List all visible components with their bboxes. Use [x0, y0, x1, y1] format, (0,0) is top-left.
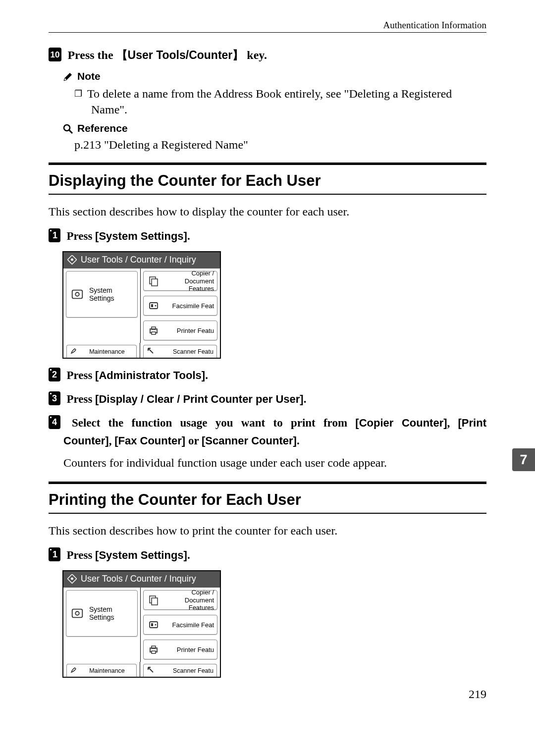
section1-step3: 3 Press [Display / Clear / Print Counter… — [49, 391, 486, 408]
section1-step4: 4 Select the function usage you want to … — [49, 415, 486, 448]
fax-label-2: Facsimile Feat — [165, 621, 214, 629]
step4-e: Counter] — [63, 434, 109, 447]
printer-label: Printer Featu — [165, 327, 214, 335]
s2-step1-key: [System Settings] — [95, 549, 187, 561]
step-number-2-icon: 2 — [49, 368, 60, 384]
system-settings-button-2[interactable]: System Settings — [66, 590, 138, 637]
printer-icon — [147, 324, 160, 337]
svg-rect-37 — [150, 622, 158, 628]
section-rule-thick — [49, 162, 486, 165]
scanner-label: Scanner Featu — [158, 348, 214, 355]
step4-d: [Print — [458, 417, 486, 429]
svg-point-32 — [71, 578, 73, 580]
step4-c: , — [447, 417, 458, 429]
svg-point-8 — [71, 259, 73, 261]
step3-pre: Press — [66, 393, 95, 405]
svg-rect-18 — [152, 332, 156, 334]
svg-rect-21 — [50, 369, 52, 371]
reference-item-1: p.213 "Deleting a Registered Name" — [74, 138, 486, 152]
svg-text:1: 1 — [53, 549, 57, 559]
system-settings-button[interactable]: System Settings — [66, 271, 138, 318]
pencil-icon — [62, 71, 73, 84]
section2-intro: This section describes how to print the … — [49, 523, 486, 539]
step4-j: . — [297, 434, 300, 447]
running-head: Authentication Information — [49, 20, 486, 33]
note-block: Note ❐To delete a name from the Address … — [62, 70, 486, 117]
section1-step2: 2 Press [Administrator Tools]. — [49, 368, 486, 384]
svg-point-34 — [75, 612, 79, 615]
step-number-1b-icon: 1 — [49, 547, 60, 564]
fax-label: Facsimile Feat — [165, 302, 214, 310]
gear-icon — [70, 287, 84, 301]
svg-rect-42 — [152, 651, 156, 653]
user-tools-panel: User Tools / Counter / Inquiry System Se… — [62, 251, 221, 359]
step2-pre: Press — [66, 369, 95, 381]
panel2-title-bar: User Tools / Counter / Inquiry — [63, 571, 220, 588]
svg-rect-27 — [50, 417, 52, 418]
scanner-label-2: Scanner Featu — [158, 667, 214, 674]
reference-heading: Reference — [77, 122, 128, 134]
scanner-icon-2 — [147, 666, 155, 675]
step1-pre: Press — [66, 230, 95, 242]
step3-key: [Display / Clear / Print Counter per Use… — [95, 393, 304, 405]
svg-point-39 — [155, 624, 157, 626]
step-number-1-icon: 1 — [49, 228, 60, 245]
copier-doc-label-2: Copier / Document Features — [165, 589, 214, 612]
system-settings-label: System Settings — [89, 286, 135, 303]
svg-rect-6 — [50, 230, 52, 231]
page-number: 219 — [49, 688, 486, 701]
step4-a: Select the function usage you want to pr… — [72, 417, 355, 429]
reference-block: Reference p.213 "Deleting a Registered N… — [62, 122, 486, 152]
svg-text:2: 2 — [52, 370, 57, 379]
svg-rect-30 — [50, 549, 52, 550]
svg-rect-17 — [152, 327, 156, 329]
section1-step4-result: Counters for individual function usage u… — [63, 455, 486, 471]
copier-document-features-button[interactable]: Copier / Document Features — [143, 271, 217, 291]
panel2-title-text: User Tools / Counter / Inquiry — [81, 574, 196, 584]
s2-step1-post: . — [187, 549, 190, 561]
svg-point-15 — [155, 305, 157, 307]
step2-key: [Administrator Tools] — [95, 369, 205, 381]
facsimile-features-button[interactable]: Facsimile Feat — [143, 296, 217, 316]
facsimile-features-button-2[interactable]: Facsimile Feat — [143, 615, 217, 635]
step-number-3-icon: 3 — [49, 391, 60, 408]
step4-g: [Fax Counter] — [114, 434, 185, 447]
svg-rect-36 — [152, 598, 158, 605]
section1-title: Displaying the Counter for Each User — [49, 172, 486, 190]
maintenance-button[interactable]: Maintenance — [66, 345, 137, 358]
copier-document-features-button-2[interactable]: Copier / Document Features — [143, 590, 217, 610]
step4-f: , — [109, 434, 115, 447]
step-10-text-post: key. — [244, 49, 267, 61]
scanner-features-button-2[interactable]: Scanner Featu — [143, 664, 217, 677]
svg-line-3 — [69, 130, 72, 133]
maintenance-button-2[interactable]: Maintenance — [66, 664, 137, 677]
svg-rect-24 — [50, 393, 52, 394]
square-bullet-icon: ❐ — [74, 89, 82, 99]
printer-features-button-2[interactable]: Printer Featu — [143, 640, 217, 659]
svg-point-2 — [64, 125, 70, 131]
open-bracket-icon: 【 — [116, 49, 128, 61]
section2-rule-thick — [49, 482, 486, 484]
note-heading: Note — [77, 70, 101, 82]
svg-rect-38 — [151, 623, 153, 626]
svg-rect-14 — [151, 304, 153, 307]
scanner-features-button[interactable]: Scanner Featu — [143, 345, 217, 358]
svg-rect-33 — [72, 609, 83, 618]
user-tools-panel-2: User Tools / Counter / Inquiry System Se… — [62, 570, 221, 678]
step2-post: . — [205, 369, 208, 381]
svg-text:3: 3 — [52, 393, 57, 403]
section2-step1: 1 Press [System Settings]. — [49, 547, 486, 564]
fax-icon-2 — [147, 618, 160, 632]
maintenance-label-2: Maintenance — [81, 667, 133, 674]
step-10-text-pre: Press the — [67, 49, 116, 61]
printer-features-button[interactable]: Printer Featu — [143, 321, 217, 340]
brush-icon-2 — [70, 666, 78, 675]
step-number-4-icon: 4 — [49, 415, 60, 433]
svg-rect-41 — [152, 646, 156, 648]
svg-rect-9 — [72, 290, 83, 299]
svg-text:4: 4 — [52, 417, 57, 427]
brush-icon — [70, 347, 78, 356]
copier-icon-2 — [147, 593, 160, 607]
gear-icon-2 — [70, 606, 84, 620]
copier-icon — [147, 274, 160, 288]
